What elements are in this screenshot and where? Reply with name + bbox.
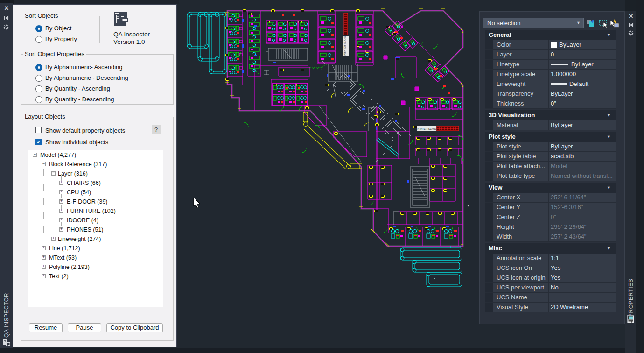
svg-text:PRINTER ISLAND: PRINTER ISLAND <box>343 36 346 56</box>
svg-text:PRINTER ISLAND: PRINTER ISLAND <box>417 127 436 130</box>
